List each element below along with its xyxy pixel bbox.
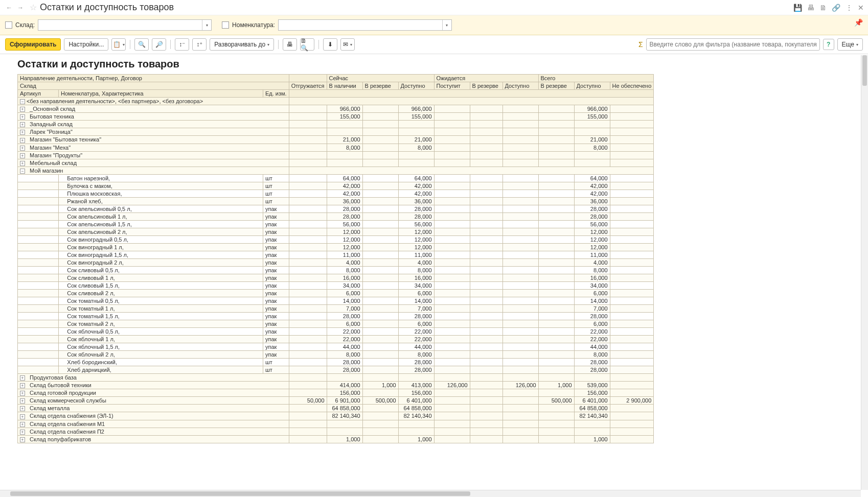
separator <box>318 40 319 49</box>
tree-expand-icon[interactable]: + <box>20 406 25 411</box>
generate-button[interactable]: Сформировать <box>5 38 61 51</box>
report-scroll[interactable]: Остатки и доступность товаров Направлени… <box>0 55 861 490</box>
expand-button[interactable]: ↕⁺ <box>192 38 207 51</box>
vertical-scrollbar[interactable] <box>861 55 868 490</box>
nomenclature-label: Номенклатура: <box>232 21 275 29</box>
print-icon[interactable]: 🖶 <box>807 4 814 12</box>
filter-bar: Склад: ▾ Номенклатура: ▾ 📌 <box>0 15 868 35</box>
tree-expand-icon[interactable]: + <box>20 114 25 120</box>
toolbar: Сформировать Настройки... 📋 🔍 🔎 ↕⁻ ↕⁺ Ра… <box>0 35 868 54</box>
sigma-icon[interactable]: Σ <box>638 40 643 49</box>
filter-warehouse: Склад: ▾ <box>5 19 212 31</box>
kebab-icon[interactable]: ⋮ <box>846 4 853 12</box>
link-icon[interactable]: 🔗 <box>832 4 840 12</box>
tree-expand-icon[interactable]: + <box>20 122 25 127</box>
send-button[interactable]: ✉ <box>340 38 355 51</box>
tree-expand-icon[interactable]: + <box>20 422 25 427</box>
tree-expand-icon[interactable]: + <box>20 391 25 396</box>
report-body: Остатки и доступность товаров Направлени… <box>0 55 868 497</box>
more-button[interactable]: Еще <box>837 38 863 51</box>
window-header: ← → ☆ Остатки и доступность товаров 💾 🖶 … <box>0 0 868 15</box>
tree-expand-icon[interactable]: + <box>20 414 25 419</box>
expand-to-label: Разворачивать до <box>214 41 265 48</box>
v-scroll-thumb[interactable] <box>862 55 867 86</box>
find-next-button[interactable]: 🔎 <box>152 38 166 51</box>
filter-input[interactable] <box>646 38 820 51</box>
quick-filter: Σ ? Еще <box>638 38 863 51</box>
find-button[interactable]: 🔍 <box>134 38 149 51</box>
tree-expand-icon[interactable]: + <box>20 107 25 112</box>
window-actions: 💾 🖶 🗎 🔗 ⋮ ✕ <box>793 4 864 12</box>
preview-icon[interactable]: 🗎 <box>819 4 827 12</box>
settings-button[interactable]: Настройки... <box>64 38 108 51</box>
tree-expand-icon[interactable]: + <box>20 398 25 404</box>
nomenclature-input[interactable] <box>279 20 442 30</box>
help-button[interactable]: ? <box>823 39 834 50</box>
warehouse-field[interactable]: ▾ <box>38 19 212 31</box>
filter-nomenclature: Номенклатура: ▾ <box>222 19 452 31</box>
nomenclature-checkbox[interactable] <box>222 21 229 29</box>
warehouse-label: Склад: <box>15 21 35 29</box>
print-button[interactable]: 🖶 <box>283 38 297 51</box>
pin-icon[interactable]: 📌 <box>854 18 863 27</box>
tree-expand-icon[interactable]: + <box>20 146 25 151</box>
tree-expand-icon[interactable]: + <box>20 375 25 381</box>
tree-expand-icon[interactable]: + <box>20 138 25 143</box>
save-icon[interactable]: 💾 <box>793 4 802 12</box>
warehouse-dropdown-icon[interactable]: ▾ <box>202 20 211 30</box>
save-button[interactable]: ⬇ <box>323 38 337 51</box>
nav-back-button[interactable]: ← <box>4 3 14 13</box>
print-preview-button[interactable]: 🗎🔍 <box>300 38 314 51</box>
tree-expand-icon[interactable]: + <box>20 437 25 442</box>
horizontal-scrollbar[interactable] <box>0 490 861 497</box>
separator <box>278 40 279 49</box>
page-title: Остатки и доступность товаров <box>40 2 793 13</box>
tree-collapse-icon[interactable]: − <box>20 169 25 174</box>
tree-expand-icon[interactable]: + <box>20 161 25 166</box>
report-title: Остатки и доступность товаров <box>0 55 861 72</box>
expand-to-button[interactable]: Разворачивать до <box>210 38 274 51</box>
tree-collapse-icon[interactable]: − <box>20 99 25 104</box>
warehouse-checkbox[interactable] <box>5 21 12 29</box>
collapse-button[interactable]: ↕⁻ <box>175 38 189 51</box>
separator <box>170 40 171 49</box>
tree-expand-icon[interactable]: + <box>20 383 25 388</box>
more-label: Еще <box>842 41 854 48</box>
tree-expand-icon[interactable]: + <box>20 153 25 158</box>
h-scroll-thumb[interactable] <box>10 491 470 496</box>
warehouse-input[interactable] <box>38 20 202 30</box>
tree-expand-icon[interactable]: + <box>20 130 25 135</box>
nomenclature-field[interactable]: ▾ <box>278 19 452 31</box>
favorite-star-icon[interactable]: ☆ <box>30 3 37 12</box>
nav-forward-button[interactable]: → <box>15 3 26 13</box>
report-table: Направление деятельности, Партнер, Догов… <box>17 74 654 443</box>
close-icon[interactable]: ✕ <box>858 4 864 12</box>
nomenclature-dropdown-icon[interactable]: ▾ <box>442 20 451 30</box>
separator <box>130 40 130 49</box>
variants-button[interactable]: 📋 <box>111 38 126 51</box>
tree-expand-icon[interactable]: + <box>20 430 25 435</box>
